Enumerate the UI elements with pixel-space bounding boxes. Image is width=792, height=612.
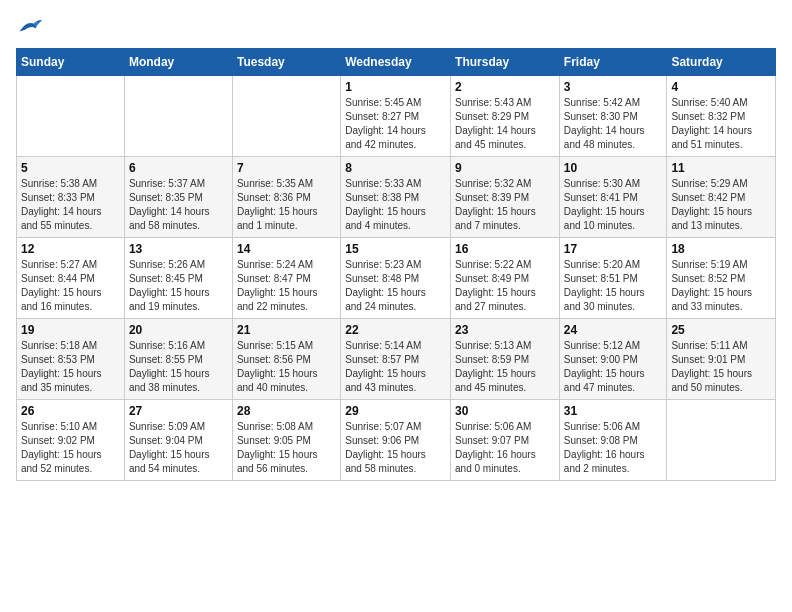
table-row: 3Sunrise: 5:42 AMSunset: 8:30 PMDaylight… <box>559 76 667 157</box>
day-info: Sunrise: 5:24 AMSunset: 8:47 PMDaylight:… <box>237 258 336 314</box>
day-info: Sunrise: 5:38 AMSunset: 8:33 PMDaylight:… <box>21 177 120 233</box>
table-row: 6Sunrise: 5:37 AMSunset: 8:35 PMDaylight… <box>124 157 232 238</box>
table-row: 4Sunrise: 5:40 AMSunset: 8:32 PMDaylight… <box>667 76 776 157</box>
table-row: 25Sunrise: 5:11 AMSunset: 9:01 PMDayligh… <box>667 319 776 400</box>
page-header <box>16 16 776 36</box>
table-row <box>667 400 776 481</box>
day-number: 18 <box>671 242 771 256</box>
table-row: 26Sunrise: 5:10 AMSunset: 9:02 PMDayligh… <box>17 400 125 481</box>
day-number: 3 <box>564 80 663 94</box>
day-number: 9 <box>455 161 555 175</box>
table-row: 5Sunrise: 5:38 AMSunset: 8:33 PMDaylight… <box>17 157 125 238</box>
day-info: Sunrise: 5:09 AMSunset: 9:04 PMDaylight:… <box>129 420 228 476</box>
table-row <box>124 76 232 157</box>
table-row: 20Sunrise: 5:16 AMSunset: 8:55 PMDayligh… <box>124 319 232 400</box>
day-number: 28 <box>237 404 336 418</box>
day-info: Sunrise: 5:13 AMSunset: 8:59 PMDaylight:… <box>455 339 555 395</box>
table-row: 29Sunrise: 5:07 AMSunset: 9:06 PMDayligh… <box>341 400 451 481</box>
table-row: 23Sunrise: 5:13 AMSunset: 8:59 PMDayligh… <box>451 319 560 400</box>
day-number: 2 <box>455 80 555 94</box>
day-number: 13 <box>129 242 228 256</box>
table-row <box>232 76 340 157</box>
day-number: 23 <box>455 323 555 337</box>
calendar-week-row: 19Sunrise: 5:18 AMSunset: 8:53 PMDayligh… <box>17 319 776 400</box>
day-info: Sunrise: 5:30 AMSunset: 8:41 PMDaylight:… <box>564 177 663 233</box>
logo-bird-icon <box>18 16 42 36</box>
day-number: 6 <box>129 161 228 175</box>
table-row: 30Sunrise: 5:06 AMSunset: 9:07 PMDayligh… <box>451 400 560 481</box>
calendar-table: Sunday Monday Tuesday Wednesday Thursday… <box>16 48 776 481</box>
header-wednesday: Wednesday <box>341 49 451 76</box>
day-number: 15 <box>345 242 446 256</box>
table-row: 8Sunrise: 5:33 AMSunset: 8:38 PMDaylight… <box>341 157 451 238</box>
day-info: Sunrise: 5:45 AMSunset: 8:27 PMDaylight:… <box>345 96 446 152</box>
table-row: 11Sunrise: 5:29 AMSunset: 8:42 PMDayligh… <box>667 157 776 238</box>
day-info: Sunrise: 5:40 AMSunset: 8:32 PMDaylight:… <box>671 96 771 152</box>
calendar-week-row: 1Sunrise: 5:45 AMSunset: 8:27 PMDaylight… <box>17 76 776 157</box>
day-number: 29 <box>345 404 446 418</box>
day-number: 4 <box>671 80 771 94</box>
header-friday: Friday <box>559 49 667 76</box>
table-row: 16Sunrise: 5:22 AMSunset: 8:49 PMDayligh… <box>451 238 560 319</box>
day-info: Sunrise: 5:11 AMSunset: 9:01 PMDaylight:… <box>671 339 771 395</box>
table-row: 13Sunrise: 5:26 AMSunset: 8:45 PMDayligh… <box>124 238 232 319</box>
day-info: Sunrise: 5:32 AMSunset: 8:39 PMDaylight:… <box>455 177 555 233</box>
header-saturday: Saturday <box>667 49 776 76</box>
day-info: Sunrise: 5:14 AMSunset: 8:57 PMDaylight:… <box>345 339 446 395</box>
day-info: Sunrise: 5:12 AMSunset: 9:00 PMDaylight:… <box>564 339 663 395</box>
day-info: Sunrise: 5:26 AMSunset: 8:45 PMDaylight:… <box>129 258 228 314</box>
day-number: 12 <box>21 242 120 256</box>
day-number: 17 <box>564 242 663 256</box>
day-info: Sunrise: 5:19 AMSunset: 8:52 PMDaylight:… <box>671 258 771 314</box>
calendar-body: 1Sunrise: 5:45 AMSunset: 8:27 PMDaylight… <box>17 76 776 481</box>
day-number: 20 <box>129 323 228 337</box>
day-info: Sunrise: 5:16 AMSunset: 8:55 PMDaylight:… <box>129 339 228 395</box>
day-number: 31 <box>564 404 663 418</box>
day-info: Sunrise: 5:15 AMSunset: 8:56 PMDaylight:… <box>237 339 336 395</box>
day-info: Sunrise: 5:23 AMSunset: 8:48 PMDaylight:… <box>345 258 446 314</box>
day-number: 10 <box>564 161 663 175</box>
day-info: Sunrise: 5:06 AMSunset: 9:08 PMDaylight:… <box>564 420 663 476</box>
table-row: 15Sunrise: 5:23 AMSunset: 8:48 PMDayligh… <box>341 238 451 319</box>
table-row: 17Sunrise: 5:20 AMSunset: 8:51 PMDayligh… <box>559 238 667 319</box>
day-number: 27 <box>129 404 228 418</box>
table-row: 28Sunrise: 5:08 AMSunset: 9:05 PMDayligh… <box>232 400 340 481</box>
day-number: 8 <box>345 161 446 175</box>
day-info: Sunrise: 5:33 AMSunset: 8:38 PMDaylight:… <box>345 177 446 233</box>
day-number: 5 <box>21 161 120 175</box>
header-tuesday: Tuesday <box>232 49 340 76</box>
table-row: 2Sunrise: 5:43 AMSunset: 8:29 PMDaylight… <box>451 76 560 157</box>
day-info: Sunrise: 5:20 AMSunset: 8:51 PMDaylight:… <box>564 258 663 314</box>
day-number: 30 <box>455 404 555 418</box>
table-row: 19Sunrise: 5:18 AMSunset: 8:53 PMDayligh… <box>17 319 125 400</box>
day-info: Sunrise: 5:07 AMSunset: 9:06 PMDaylight:… <box>345 420 446 476</box>
header-monday: Monday <box>124 49 232 76</box>
table-row <box>17 76 125 157</box>
day-number: 26 <box>21 404 120 418</box>
table-row: 1Sunrise: 5:45 AMSunset: 8:27 PMDaylight… <box>341 76 451 157</box>
day-number: 7 <box>237 161 336 175</box>
calendar-week-row: 12Sunrise: 5:27 AMSunset: 8:44 PMDayligh… <box>17 238 776 319</box>
table-row: 22Sunrise: 5:14 AMSunset: 8:57 PMDayligh… <box>341 319 451 400</box>
day-info: Sunrise: 5:22 AMSunset: 8:49 PMDaylight:… <box>455 258 555 314</box>
table-row: 9Sunrise: 5:32 AMSunset: 8:39 PMDaylight… <box>451 157 560 238</box>
day-number: 25 <box>671 323 771 337</box>
day-info: Sunrise: 5:29 AMSunset: 8:42 PMDaylight:… <box>671 177 771 233</box>
table-row: 21Sunrise: 5:15 AMSunset: 8:56 PMDayligh… <box>232 319 340 400</box>
day-info: Sunrise: 5:27 AMSunset: 8:44 PMDaylight:… <box>21 258 120 314</box>
day-info: Sunrise: 5:42 AMSunset: 8:30 PMDaylight:… <box>564 96 663 152</box>
day-number: 16 <box>455 242 555 256</box>
day-info: Sunrise: 5:35 AMSunset: 8:36 PMDaylight:… <box>237 177 336 233</box>
table-row: 18Sunrise: 5:19 AMSunset: 8:52 PMDayligh… <box>667 238 776 319</box>
header-thursday: Thursday <box>451 49 560 76</box>
day-number: 24 <box>564 323 663 337</box>
day-info: Sunrise: 5:08 AMSunset: 9:05 PMDaylight:… <box>237 420 336 476</box>
day-number: 22 <box>345 323 446 337</box>
day-info: Sunrise: 5:06 AMSunset: 9:07 PMDaylight:… <box>455 420 555 476</box>
day-info: Sunrise: 5:37 AMSunset: 8:35 PMDaylight:… <box>129 177 228 233</box>
calendar-header: Sunday Monday Tuesday Wednesday Thursday… <box>17 49 776 76</box>
day-number: 11 <box>671 161 771 175</box>
logo <box>16 16 42 36</box>
table-row: 24Sunrise: 5:12 AMSunset: 9:00 PMDayligh… <box>559 319 667 400</box>
table-row: 10Sunrise: 5:30 AMSunset: 8:41 PMDayligh… <box>559 157 667 238</box>
